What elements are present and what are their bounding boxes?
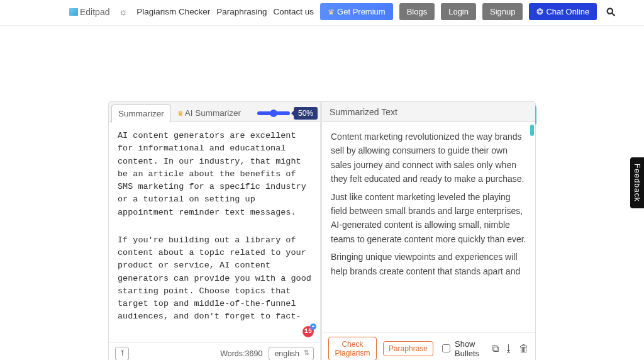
copy-icon[interactable]: ⧉ [492, 343, 499, 354]
output-paragraph: Just like content marketing leveled the … [331, 190, 526, 247]
language-select[interactable]: english [269, 347, 314, 361]
output-pane: Summarized Text Content marketing revolu… [322, 102, 535, 360]
input-tabs: Summarizer ♛AI Summarizer 50% [109, 102, 320, 122]
check-plagiarism-button[interactable]: Check Plagiarism [328, 337, 377, 361]
input-pane: Summarizer ♛AI Summarizer 50% AI content… [109, 102, 322, 360]
main-area: Summarizer ♛AI Summarizer 50% AI content… [0, 26, 644, 360]
crown-icon: ♛ [177, 110, 184, 117]
output-header: Summarized Text [322, 102, 535, 122]
brand-name: Editpad [80, 7, 109, 17]
output-paragraph: Content marketing revolutionized the way… [331, 130, 526, 186]
suggestions-badge[interactable]: 15 [301, 325, 315, 339]
tab-summarizer[interactable]: Summarizer [111, 104, 171, 123]
input-paragraph: If you're building out a library of cont… [118, 234, 311, 323]
summarizer-tool: Summarizer ♛AI Summarizer 50% AI content… [108, 101, 536, 360]
blogs-button[interactable]: Blogs [399, 3, 435, 20]
length-percent-badge: 50% [294, 107, 318, 120]
output-paragraph: Bringing unique viewpoints and experienc… [331, 250, 526, 278]
chat-online-button[interactable]: ❂ Chat Online [529, 3, 597, 20]
crown-icon: ♛ [328, 8, 335, 16]
nav-contact-us[interactable]: Contact us [274, 7, 314, 16]
show-bullets-toggle[interactable]: Show Bullets [440, 339, 479, 358]
show-bullets-checkbox[interactable] [442, 344, 450, 352]
signup-button[interactable]: Signup [482, 3, 523, 20]
editpad-logo-icon [69, 8, 78, 16]
chat-icon: ❂ [536, 7, 543, 16]
theme-toggle-icon[interactable]: ☼ [118, 6, 128, 18]
get-premium-button[interactable]: ♛ Get Premium [320, 3, 393, 20]
download-icon[interactable]: ⭳ [504, 343, 514, 354]
length-slider[interactable] [257, 111, 290, 115]
delete-icon[interactable]: 🗑 [519, 343, 529, 354]
brand-logo[interactable]: Editpad [69, 7, 109, 17]
login-button[interactable]: Login [441, 3, 476, 20]
tab-ai-summarizer[interactable]: ♛AI Summarizer [171, 104, 247, 121]
top-navbar: Editpad ☼ Plagiarism Checker Paraphrasin… [0, 0, 644, 26]
output-footer: Check Plagiarism Paraphrase Show Bullets… [322, 332, 535, 361]
word-count-label: Words:3690 [220, 349, 262, 358]
search-icon[interactable]: ⚲ [603, 4, 619, 20]
input-paragraph: AI content generators are excellent for … [118, 130, 311, 219]
length-slider-wrap: 50% [256, 107, 318, 120]
input-text-area[interactable]: AI content generators are excellent for … [109, 122, 320, 342]
nav-plagiarism-checker[interactable]: Plagiarism Checker [136, 7, 210, 16]
output-scroll-indicator [530, 125, 534, 136]
nav-paraphrasing[interactable]: Paraphrasing [216, 7, 267, 16]
paraphrase-button[interactable]: Paraphrase [383, 341, 433, 356]
input-footer: ⤒ Words:3690 english [109, 342, 320, 361]
output-text-area[interactable]: Content marketing revolutionized the way… [322, 122, 535, 332]
upload-icon[interactable]: ⤒ [115, 347, 129, 361]
feedback-tab[interactable]: Feedback [630, 157, 644, 208]
